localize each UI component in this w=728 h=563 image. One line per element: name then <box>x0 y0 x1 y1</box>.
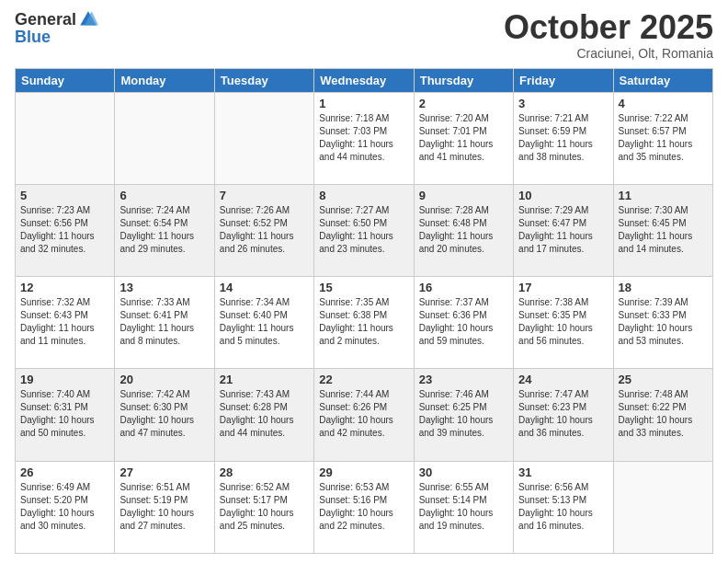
day-info: Sunrise: 7:46 AMSunset: 6:25 PMDaylight:… <box>419 388 508 440</box>
day-number: 7 <box>220 189 309 202</box>
calendar-cell: 22Sunrise: 7:44 AMSunset: 6:26 PMDayligh… <box>314 369 414 461</box>
day-info: Sunrise: 7:18 AMSunset: 7:03 PMDaylight:… <box>319 112 408 164</box>
day-number: 14 <box>220 281 309 294</box>
calendar-cell: 1Sunrise: 7:18 AMSunset: 7:03 PMDaylight… <box>314 92 414 184</box>
day-info: Sunrise: 7:44 AMSunset: 6:26 PMDaylight:… <box>319 388 408 440</box>
calendar-cell <box>214 92 313 184</box>
day-info: Sunrise: 7:24 AMSunset: 6:54 PMDaylight:… <box>119 204 209 256</box>
day-number: 5 <box>20 189 109 202</box>
calendar-cell: 20Sunrise: 7:42 AMSunset: 6:30 PMDayligh… <box>115 369 214 461</box>
calendar-cell: 8Sunrise: 7:27 AMSunset: 6:50 PMDaylight… <box>314 184 414 276</box>
calendar-day-header: Thursday <box>414 68 513 92</box>
day-number: 8 <box>319 189 408 202</box>
day-info: Sunrise: 7:37 AMSunset: 6:36 PMDaylight:… <box>419 296 508 348</box>
day-number: 18 <box>619 281 708 294</box>
day-info: Sunrise: 7:32 AMSunset: 6:43 PMDaylight:… <box>20 296 109 348</box>
day-number: 6 <box>119 189 209 202</box>
day-number: 17 <box>518 281 608 294</box>
day-info: Sunrise: 7:29 AMSunset: 6:47 PMDaylight:… <box>518 204 608 256</box>
calendar-cell: 30Sunrise: 6:55 AMSunset: 5:14 PMDayligh… <box>414 461 513 553</box>
calendar-table: SundayMondayTuesdayWednesdayThursdayFrid… <box>15 68 713 554</box>
logo-icon <box>78 9 98 29</box>
header: General Blue October 2025 Craciunei, Olt… <box>15 9 713 61</box>
day-info: Sunrise: 7:47 AMSunset: 6:23 PMDaylight:… <box>518 388 608 440</box>
calendar-week-row: 26Sunrise: 6:49 AMSunset: 5:20 PMDayligh… <box>16 461 713 553</box>
day-info: Sunrise: 6:51 AMSunset: 5:19 PMDaylight:… <box>119 481 209 533</box>
calendar-week-row: 12Sunrise: 7:32 AMSunset: 6:43 PMDayligh… <box>16 277 713 369</box>
calendar-cell: 29Sunrise: 6:53 AMSunset: 5:16 PMDayligh… <box>314 461 414 553</box>
day-info: Sunrise: 7:40 AMSunset: 6:31 PMDaylight:… <box>20 388 109 440</box>
day-info: Sunrise: 7:22 AMSunset: 6:57 PMDaylight:… <box>619 112 708 164</box>
calendar-cell <box>115 92 214 184</box>
calendar-cell: 23Sunrise: 7:46 AMSunset: 6:25 PMDayligh… <box>414 369 513 461</box>
day-info: Sunrise: 7:34 AMSunset: 6:40 PMDaylight:… <box>220 296 309 348</box>
day-number: 20 <box>119 373 209 386</box>
calendar-cell: 9Sunrise: 7:28 AMSunset: 6:48 PMDaylight… <box>414 184 513 276</box>
title-area: October 2025 Craciunei, Olt, Romania <box>504 9 713 61</box>
day-number: 25 <box>619 373 708 386</box>
day-info: Sunrise: 6:53 AMSunset: 5:16 PMDaylight:… <box>319 481 408 533</box>
calendar-cell: 15Sunrise: 7:35 AMSunset: 6:38 PMDayligh… <box>314 277 414 369</box>
calendar-cell <box>613 461 712 553</box>
day-info: Sunrise: 7:28 AMSunset: 6:48 PMDaylight:… <box>419 204 508 256</box>
page: General Blue October 2025 Craciunei, Olt… <box>0 0 728 563</box>
calendar-cell: 2Sunrise: 7:20 AMSunset: 7:01 PMDaylight… <box>414 92 513 184</box>
day-info: Sunrise: 7:23 AMSunset: 6:56 PMDaylight:… <box>20 204 109 256</box>
day-number: 10 <box>518 189 608 202</box>
calendar-cell: 10Sunrise: 7:29 AMSunset: 6:47 PMDayligh… <box>514 184 613 276</box>
calendar-cell: 25Sunrise: 7:48 AMSunset: 6:22 PMDayligh… <box>613 369 712 461</box>
day-number: 19 <box>20 373 109 386</box>
day-number: 29 <box>319 465 408 479</box>
day-number: 30 <box>419 465 508 479</box>
calendar-cell: 18Sunrise: 7:39 AMSunset: 6:33 PMDayligh… <box>613 277 712 369</box>
calendar-day-header: Monday <box>115 68 214 92</box>
calendar-cell: 3Sunrise: 7:21 AMSunset: 6:59 PMDaylight… <box>514 92 613 184</box>
day-info: Sunrise: 7:48 AMSunset: 6:22 PMDaylight:… <box>619 388 708 440</box>
day-info: Sunrise: 6:52 AMSunset: 5:17 PMDaylight:… <box>220 481 309 533</box>
day-number: 27 <box>119 465 209 479</box>
day-number: 23 <box>419 373 508 386</box>
calendar-cell: 24Sunrise: 7:47 AMSunset: 6:23 PMDayligh… <box>514 369 613 461</box>
day-number: 15 <box>319 281 408 294</box>
day-info: Sunrise: 7:21 AMSunset: 6:59 PMDaylight:… <box>518 112 608 164</box>
day-info: Sunrise: 6:56 AMSunset: 5:13 PMDaylight:… <box>518 481 608 533</box>
calendar-cell: 31Sunrise: 6:56 AMSunset: 5:13 PMDayligh… <box>514 461 613 553</box>
day-info: Sunrise: 7:30 AMSunset: 6:45 PMDaylight:… <box>619 204 708 256</box>
calendar-week-row: 1Sunrise: 7:18 AMSunset: 7:03 PMDaylight… <box>16 92 713 184</box>
day-number: 24 <box>518 373 608 386</box>
calendar-cell: 6Sunrise: 7:24 AMSunset: 6:54 PMDaylight… <box>115 184 214 276</box>
day-info: Sunrise: 7:43 AMSunset: 6:28 PMDaylight:… <box>220 388 309 440</box>
calendar-cell: 26Sunrise: 6:49 AMSunset: 5:20 PMDayligh… <box>16 461 115 553</box>
calendar-day-header: Friday <box>514 68 613 92</box>
day-info: Sunrise: 7:33 AMSunset: 6:41 PMDaylight:… <box>119 296 209 348</box>
calendar-day-header: Tuesday <box>214 68 313 92</box>
month-title: October 2025 <box>504 9 713 46</box>
calendar-cell: 14Sunrise: 7:34 AMSunset: 6:40 PMDayligh… <box>214 277 313 369</box>
day-number: 4 <box>619 97 708 110</box>
day-number: 3 <box>518 97 608 110</box>
calendar-cell: 28Sunrise: 6:52 AMSunset: 5:17 PMDayligh… <box>214 461 313 553</box>
day-info: Sunrise: 7:26 AMSunset: 6:52 PMDaylight:… <box>220 204 309 256</box>
calendar-cell: 21Sunrise: 7:43 AMSunset: 6:28 PMDayligh… <box>214 369 313 461</box>
day-info: Sunrise: 7:38 AMSunset: 6:35 PMDaylight:… <box>518 296 608 348</box>
day-number: 12 <box>20 281 109 294</box>
day-info: Sunrise: 7:27 AMSunset: 6:50 PMDaylight:… <box>319 204 408 256</box>
calendar-cell <box>16 92 115 184</box>
calendar-cell: 17Sunrise: 7:38 AMSunset: 6:35 PMDayligh… <box>514 277 613 369</box>
day-info: Sunrise: 7:35 AMSunset: 6:38 PMDaylight:… <box>319 296 408 348</box>
day-number: 28 <box>220 465 309 479</box>
day-number: 1 <box>319 97 408 110</box>
day-number: 2 <box>419 97 508 110</box>
logo-area: General Blue <box>15 9 100 47</box>
day-number: 21 <box>220 373 309 386</box>
logo: General <box>15 9 100 29</box>
day-info: Sunrise: 6:55 AMSunset: 5:14 PMDaylight:… <box>419 481 508 533</box>
calendar-cell: 13Sunrise: 7:33 AMSunset: 6:41 PMDayligh… <box>115 277 214 369</box>
calendar-week-row: 19Sunrise: 7:40 AMSunset: 6:31 PMDayligh… <box>16 369 713 461</box>
day-number: 16 <box>419 281 508 294</box>
day-number: 31 <box>518 465 608 479</box>
calendar-cell: 27Sunrise: 6:51 AMSunset: 5:19 PMDayligh… <box>115 461 214 553</box>
calendar-day-header: Sunday <box>16 68 115 92</box>
day-number: 22 <box>319 373 408 386</box>
day-info: Sunrise: 6:49 AMSunset: 5:20 PMDaylight:… <box>20 481 109 533</box>
